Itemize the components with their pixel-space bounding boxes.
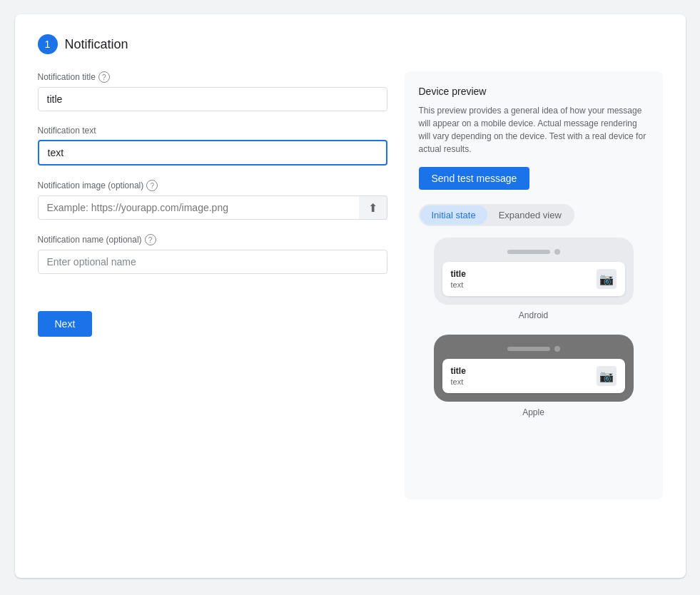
apple-image-icon: 📷: [599, 370, 614, 383]
next-button[interactable]: Next: [38, 311, 93, 337]
android-label: Android: [519, 310, 548, 320]
image-upload-button[interactable]: ⬆: [359, 195, 387, 220]
notification-image-input[interactable]: [38, 195, 387, 220]
notification-name-group: Notification name (optional) ?: [38, 234, 387, 274]
notification-image-label: Notification image (optional) ?: [38, 180, 387, 191]
apple-mockup-container: title text 📷 Apple: [419, 335, 649, 417]
apple-dot: [554, 346, 560, 352]
android-top-bar: [442, 249, 625, 255]
upload-icon: ⬆: [368, 201, 377, 215]
android-notification-card: title text 📷: [442, 262, 625, 296]
notification-image-help-icon[interactable]: ?: [146, 180, 158, 191]
preview-title: Device preview: [419, 86, 649, 97]
notification-image-group: Notification image (optional) ? ⬆: [38, 180, 387, 220]
notification-text-group: Notification text: [38, 126, 387, 166]
apple-top-bar: [442, 346, 625, 352]
android-pill: [507, 250, 550, 254]
apple-label: Apple: [522, 407, 544, 417]
main-card: 1 Notification Notification title ? Noti…: [15, 14, 686, 578]
apple-notif-title: title: [451, 366, 591, 376]
apple-phone-mockup: title text 📷: [434, 335, 634, 402]
tab-initial-state[interactable]: Initial state: [420, 205, 487, 225]
notification-text-label: Notification text: [38, 126, 387, 136]
notification-title-help-icon[interactable]: ?: [98, 71, 110, 83]
notification-title-input[interactable]: [38, 87, 387, 111]
tab-expanded-view[interactable]: Expanded view: [487, 205, 573, 225]
android-image-icon: 📷: [599, 273, 614, 286]
send-test-button[interactable]: Send test message: [419, 167, 530, 190]
section-header: 1 Notification: [38, 34, 663, 54]
notification-title-group: Notification title ?: [38, 71, 387, 111]
device-preview-panel: Device preview This preview provides a g…: [405, 71, 663, 499]
android-mockup-container: title text 📷 Android: [419, 238, 649, 320]
left-panel: Notification title ? Notification text N…: [38, 71, 387, 337]
preview-description: This preview provides a general idea of …: [419, 104, 649, 156]
android-dot: [554, 249, 560, 255]
apple-notification-card: title text 📷: [442, 359, 625, 393]
android-notif-image: 📷: [597, 269, 617, 289]
preview-tabs: Initial state Expanded view: [419, 204, 574, 226]
section-title: Notification: [65, 37, 128, 52]
apple-notif-image: 📷: [597, 366, 617, 386]
notification-text-input[interactable]: [38, 140, 387, 166]
image-input-wrap: ⬆: [38, 195, 387, 220]
android-notif-content: title text: [451, 269, 591, 289]
apple-notif-text: text: [451, 377, 591, 386]
apple-notif-content: title text: [451, 366, 591, 386]
content-area: Notification title ? Notification text N…: [38, 71, 663, 499]
step-badge: 1: [38, 34, 58, 54]
notification-name-label: Notification name (optional) ?: [38, 234, 387, 245]
notification-name-input[interactable]: [38, 250, 387, 274]
notification-title-label: Notification title ?: [38, 71, 387, 83]
android-notif-title: title: [451, 269, 591, 279]
footer-actions: Next: [38, 311, 387, 337]
android-notif-text: text: [451, 280, 591, 289]
apple-pill: [507, 347, 550, 351]
android-phone-mockup: title text 📷: [434, 238, 634, 305]
notification-name-help-icon[interactable]: ?: [145, 234, 156, 245]
